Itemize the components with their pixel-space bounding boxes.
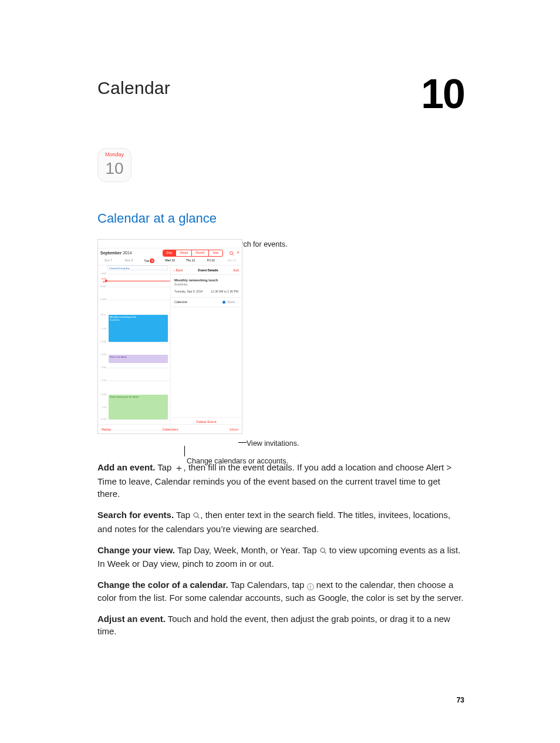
week-header: Sun 7 Mon 8 Tue 9 Wed 10 Thu 11 Fri 12 S… bbox=[98, 257, 242, 265]
event-block[interactable]: Haircut for Andy bbox=[109, 355, 168, 363]
month-year: September 2014 bbox=[100, 250, 132, 256]
event-block[interactable]: Zack coming over for dinner bbox=[109, 395, 168, 419]
edit-button[interactable]: Edit bbox=[234, 268, 239, 273]
hour-label: 4 PM bbox=[98, 366, 107, 369]
hour-label: 6 PM bbox=[98, 393, 107, 396]
view-segmented-control[interactable]: Day Week Month Year bbox=[163, 250, 223, 257]
hour-label: 2 PM bbox=[98, 340, 107, 344]
weekday[interactable]: Fri 12 bbox=[201, 257, 221, 264]
row-label: Calendar bbox=[174, 300, 187, 305]
callout-view-invitations: View invitations. bbox=[247, 438, 299, 449]
page-number: 73 bbox=[457, 695, 464, 705]
event-title: Zack coming over for dinner bbox=[110, 395, 167, 399]
para-change-view: Change your view. Tap Day, Week, Month, … bbox=[97, 544, 464, 571]
section-title: Calendar at a glance bbox=[97, 209, 464, 228]
calendar-figure: Change views. Search for events. Septemb… bbox=[97, 239, 344, 434]
icon-day: 10 bbox=[105, 157, 123, 181]
weekday-today[interactable]: Tue 9 bbox=[139, 257, 160, 264]
chapter-number: 10 bbox=[421, 65, 464, 125]
callout-change-accounts: Change calendars or accounts. bbox=[187, 456, 288, 466]
weekday[interactable]: Mon 8 bbox=[119, 257, 139, 264]
svg-line-3 bbox=[198, 517, 200, 519]
hour-label: 8 PM bbox=[98, 418, 107, 421]
chapter-title: Calendar bbox=[97, 75, 464, 101]
ipad-screenshot: September 2014 Day Week Month Year + bbox=[97, 239, 242, 434]
day-timeline[interactable]: Carpool driving day 9 AM 9:41 AM 10 AM 1… bbox=[98, 265, 171, 433]
weekday[interactable]: Thu 11 bbox=[180, 257, 201, 264]
hour-label: 1 PM bbox=[98, 327, 107, 331]
details-header: Event Details bbox=[198, 268, 218, 273]
search-icon bbox=[319, 545, 327, 558]
svg-point-2 bbox=[194, 513, 198, 517]
bottom-bar: Today Calendars Inbox bbox=[98, 424, 242, 433]
para-add-event: Add an event. Tap ＋, then fill in the ev… bbox=[97, 461, 464, 500]
event-block[interactable]: Monthly networking lunch Sushinito bbox=[109, 315, 168, 342]
toolbar-row: September 2014 Day Week Month Year + bbox=[98, 248, 242, 257]
details-title: Monthly networking lunch bbox=[174, 278, 238, 283]
hour-label: 10 AM bbox=[98, 285, 107, 288]
para-search: Search for events. Tap , then enter text… bbox=[97, 509, 464, 536]
allday-event[interactable]: Carpool driving day bbox=[107, 265, 168, 270]
delete-event-button[interactable]: Delete Event bbox=[171, 417, 242, 425]
weekday[interactable]: Sun 7 bbox=[98, 257, 119, 264]
calendars-button[interactable]: Calendars bbox=[162, 427, 178, 432]
search-icon bbox=[193, 510, 200, 523]
hour-label: 7 PM bbox=[98, 406, 107, 409]
event-details-pane: ‹ Back Event Details Edit Monthly networ… bbox=[171, 265, 242, 433]
body-paragraphs: Add an event. Tap ＋, then fill in the ev… bbox=[97, 461, 464, 638]
svg-line-1 bbox=[232, 254, 234, 255]
chevron-right-icon: › bbox=[237, 300, 238, 304]
inbox-button[interactable]: Inbox bbox=[230, 427, 238, 432]
seg-year[interactable]: Year bbox=[208, 250, 222, 256]
hour-label: 5 PM bbox=[98, 379, 107, 382]
seg-week[interactable]: Week bbox=[176, 250, 191, 256]
seg-month[interactable]: Month bbox=[191, 250, 208, 256]
add-event-icon[interactable]: + bbox=[237, 250, 239, 255]
hour-label: 11 AM bbox=[98, 298, 107, 301]
hour-label: 3 PM bbox=[98, 353, 107, 357]
weekday[interactable]: Sat 13 bbox=[221, 257, 242, 264]
details-time: 11:30 AM to 1:30 PM bbox=[211, 290, 238, 294]
para-adjust-event: Adjust an event. Touch and hold the even… bbox=[97, 613, 464, 638]
details-date: Tuesday, Sep 9, 2014 bbox=[174, 290, 203, 294]
para-change-color: Change the color of a calendar. Tap Cale… bbox=[97, 579, 464, 604]
row-value: Work bbox=[227, 300, 235, 304]
hour-label: Noon bbox=[98, 313, 107, 317]
seg-day[interactable]: Day bbox=[163, 250, 176, 256]
today-button[interactable]: Today bbox=[102, 427, 111, 432]
status-bar bbox=[98, 240, 242, 248]
leader-line bbox=[238, 442, 247, 443]
plus-icon: ＋ bbox=[174, 463, 184, 473]
calendar-app-icon: Monday 10 bbox=[97, 148, 131, 182]
event-sub: Sushinito bbox=[110, 318, 167, 322]
details-calendar-row[interactable]: Calendar Work› bbox=[171, 298, 242, 308]
details-location: Sushinito bbox=[174, 283, 238, 287]
info-icon: i bbox=[307, 583, 314, 590]
svg-point-0 bbox=[230, 251, 232, 254]
calendar-color-dot bbox=[222, 301, 225, 304]
hour-label: 9 AM bbox=[98, 272, 107, 275]
weekday[interactable]: Wed 10 bbox=[160, 257, 180, 264]
leader-line bbox=[184, 446, 185, 456]
svg-line-5 bbox=[324, 552, 326, 553]
back-button[interactable]: ‹ Back bbox=[174, 268, 183, 273]
event-title: Haircut for Andy bbox=[110, 355, 167, 359]
svg-point-4 bbox=[321, 548, 325, 552]
